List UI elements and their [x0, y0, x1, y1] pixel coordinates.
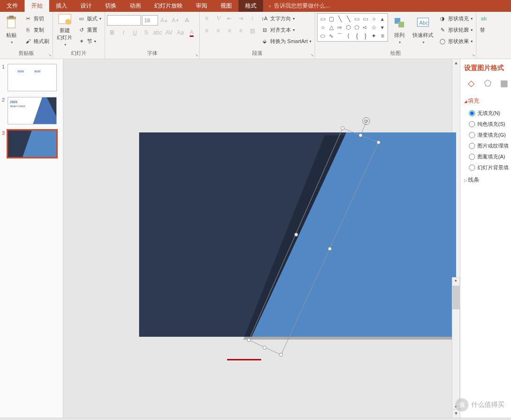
slide-thumbnails: 1 2020 2020 ★ 2 2020 项目施工汇报总结 ★ 3 ★: [0, 59, 63, 418]
pattern-fill-radio[interactable]: 图案填充(A): [464, 153, 509, 160]
group-drawing: ▭▢╲╲▭▭○▴ ○△⇨⬡⬠➪☆▾ ⬭∿⌒⟨{}✦≡ 排列 Abc 快速样式 ◑…: [315, 12, 476, 59]
text-direction-button[interactable]: ↕A文字方向▾: [259, 13, 313, 24]
tab-transitions[interactable]: 切换: [98, 0, 123, 12]
fill-line-tab-icon[interactable]: ◇: [466, 78, 476, 88]
quick-styles-icon: Abc: [415, 15, 431, 30]
tab-file[interactable]: 文件: [0, 0, 25, 12]
text-direction-icon: ↕A: [261, 15, 268, 22]
change-case-icon[interactable]: Aa: [175, 27, 185, 38]
arrange-button[interactable]: 排列: [390, 13, 409, 46]
thumb-1[interactable]: 1 2020 2020 ★: [0, 63, 63, 96]
smartart-button[interactable]: ⬙转换为 SmartArt▾: [259, 36, 313, 46]
selection-handle[interactable]: [247, 338, 251, 342]
pane-title: 设置图片格式: [462, 64, 509, 72]
underline-icon[interactable]: U: [130, 27, 140, 38]
numbering-icon[interactable]: ⅟: [213, 13, 223, 24]
shape-outline-button[interactable]: ✎形状轮廓▾: [437, 25, 474, 35]
section-button[interactable]: ✶节▾: [76, 36, 103, 46]
solid-fill-radio[interactable]: 纯色填充(S): [464, 121, 509, 128]
tab-home[interactable]: 开始: [25, 0, 49, 12]
italic-icon[interactable]: I: [118, 27, 129, 38]
columns-icon[interactable]: ▥: [247, 26, 257, 36]
layout-button[interactable]: ▭版式▾: [76, 13, 103, 24]
tab-animations[interactable]: 动画: [123, 0, 148, 12]
brush-icon: 🖌: [24, 37, 32, 45]
font-name-combo[interactable]: [107, 15, 141, 26]
align-left-icon[interactable]: ≡: [202, 26, 212, 36]
slide-editor[interactable]: ▲▼ ⟳ ▴ ▾: [63, 59, 460, 418]
selection-handle[interactable]: [263, 346, 266, 350]
slides-label: 幻灯片: [55, 49, 103, 59]
effects-tab-icon[interactable]: ⬠: [483, 78, 493, 88]
scroll-up-icon[interactable]: ▴: [452, 278, 459, 282]
selection-handle[interactable]: [377, 140, 380, 144]
align-right-icon[interactable]: ≡: [224, 26, 235, 36]
thumb-3[interactable]: 3 ★: [0, 129, 63, 162]
cut-button[interactable]: ✂剪切: [23, 13, 51, 24]
bullets-icon[interactable]: ≡: [202, 13, 212, 24]
svg-point-4: [65, 19, 71, 25]
smartart-icon: ⬙: [261, 37, 268, 45]
fill-section-header[interactable]: 填充: [464, 97, 509, 105]
group-editing: ab 替: [476, 12, 491, 59]
tab-design[interactable]: 设计: [74, 0, 98, 12]
gradient-fill-radio[interactable]: 渐变填充(G): [464, 131, 509, 139]
selection-handle[interactable]: [279, 353, 283, 357]
watermark-icon: 值: [455, 398, 468, 411]
justify-icon[interactable]: ≡: [236, 26, 246, 36]
shadow-icon[interactable]: S: [141, 27, 151, 38]
tab-format[interactable]: 格式: [238, 0, 263, 12]
new-slide-button[interactable]: 新建 幻灯片: [55, 13, 74, 46]
status-bar: [0, 418, 511, 420]
font-color-icon[interactable]: A: [186, 27, 197, 38]
indent-more-icon[interactable]: ⇥: [236, 13, 246, 24]
group-font: 18 A▲ A▼ A̶ B I U S abc AV Aa A 字体: [105, 12, 200, 59]
tell-me-search[interactable]: 告诉我您想要做什么...: [268, 0, 330, 12]
selection-handle[interactable]: [341, 126, 344, 130]
reset-button[interactable]: ↺重置: [76, 25, 103, 35]
tab-review[interactable]: 审阅: [189, 0, 214, 12]
slidebg-fill-radio[interactable]: 幻灯片背景填: [464, 164, 509, 171]
replace-button[interactable]: ab: [478, 13, 489, 24]
selection-handle[interactable]: [294, 233, 298, 236]
format-painter-button[interactable]: 🖌格式刷: [23, 36, 51, 46]
picture-tab-icon[interactable]: ▦: [499, 78, 509, 88]
thumb-slide-2: 2020 项目施工汇报总结: [8, 97, 57, 124]
copy-button[interactable]: ⎘复制: [23, 25, 51, 35]
clear-formatting-icon[interactable]: A̶: [182, 15, 192, 26]
font-size-combo[interactable]: 18: [142, 15, 158, 26]
selection-handle[interactable]: [359, 133, 362, 137]
strike-icon[interactable]: abc: [152, 27, 163, 38]
drawing-label: 绘图: [317, 49, 474, 59]
tab-view[interactable]: 视图: [214, 0, 238, 12]
group-paragraph: ≡ ⅟ ⇤ ⇥ ↕ ≡ ≡ ≡ ≡ ▥ ↕A文字方向▾ ⊟对齐文本▾ ⬙转换为 …: [200, 12, 315, 59]
quick-styles-button[interactable]: Abc 快速样式: [411, 13, 435, 46]
no-fill-radio[interactable]: 无填充(N): [464, 110, 509, 117]
line-section: 线条: [462, 176, 509, 184]
svg-rect-6: [398, 22, 404, 27]
align-center-icon[interactable]: ≡: [213, 26, 223, 36]
clipboard-label: 剪贴板: [2, 49, 51, 59]
increase-font-icon[interactable]: A▲: [159, 15, 169, 26]
align-text-button[interactable]: ⊟对齐文本▾: [259, 25, 313, 35]
group-slides: 新建 幻灯片 ▭版式▾ ↺重置 ✶节▾ 幻灯片: [53, 12, 105, 59]
spacing-icon[interactable]: AV: [164, 27, 174, 38]
picture-fill-radio[interactable]: 图片或纹理填: [464, 142, 509, 149]
paste-button[interactable]: 粘贴: [2, 13, 21, 46]
svg-text:Abc: Abc: [419, 20, 428, 26]
notes-scrollbar[interactable]: ▴ ▾: [452, 277, 460, 410]
selection-handle[interactable]: [328, 247, 332, 251]
indent-less-icon[interactable]: ⇤: [224, 13, 235, 24]
tab-slideshow[interactable]: 幻灯片放映: [148, 0, 189, 12]
bold-icon[interactable]: B: [107, 27, 117, 38]
shape-fill-button[interactable]: ◑形状填充▾: [437, 13, 474, 24]
rotate-handle-icon[interactable]: ⟳: [362, 117, 370, 125]
thumb-2[interactable]: 2 2020 项目施工汇报总结 ★: [0, 96, 63, 129]
shape-gallery[interactable]: ▭▢╲╲▭▭○▴ ○△⇨⬡⬠➪☆▾ ⬭∿⌒⟨{}✦≡: [317, 13, 388, 42]
line-spacing-icon[interactable]: ↕: [247, 13, 257, 24]
line-section-header[interactable]: 线条: [464, 176, 509, 184]
tab-insert[interactable]: 插入: [49, 0, 74, 12]
shape-effects-button[interactable]: ◯形状效果▾: [437, 36, 474, 46]
scrollbar-thumb[interactable]: [452, 286, 459, 309]
decrease-font-icon[interactable]: A▼: [170, 15, 181, 26]
